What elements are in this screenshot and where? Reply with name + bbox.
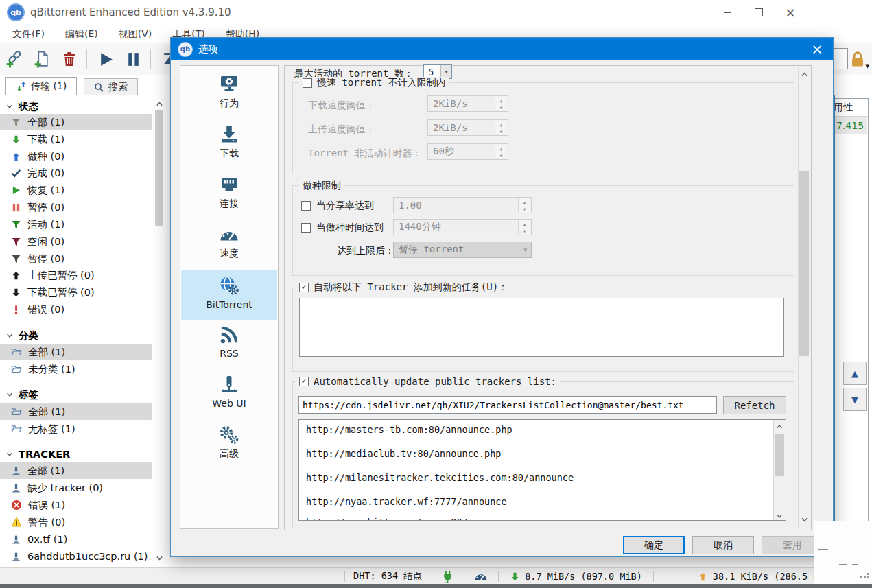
filter-label: 0x.tf (1) [27, 534, 67, 545]
spin-down-icon: ▼ [495, 152, 507, 158]
filter-status-downloading[interactable]: 下载 (1) [0, 131, 152, 148]
scrollbar-thumb[interactable] [799, 171, 809, 356]
status-section-header[interactable]: 状态 [0, 98, 158, 115]
search-box-fragment[interactable] [832, 48, 848, 69]
artifact-line [852, 564, 858, 565]
refetch-button[interactable]: Refetch [723, 396, 786, 414]
ok-button[interactable]: 确定 [623, 536, 685, 554]
options-scrollbar[interactable] [798, 67, 810, 529]
add-torrent-file-button[interactable] [29, 46, 55, 72]
filter-status-paused[interactable]: 暂停 (0) [0, 199, 152, 215]
window-artifact-overlay [814, 521, 872, 584]
dl-threshold-field: 2KiB/s ▲▼ [427, 95, 508, 112]
auto-add-trackers-checkbox-row[interactable]: 自动将以下 Tracker 添加到新的任务(U)： [296, 281, 511, 294]
menu-edit[interactable]: 编辑(E) [57, 25, 106, 43]
nav-connection[interactable]: 连接 [181, 169, 277, 220]
additional-trackers-textarea[interactable] [299, 298, 784, 357]
share-ratio-checkbox[interactable] [301, 201, 311, 211]
filter-category-all[interactable]: 全部 (1) [0, 344, 152, 360]
filter-scrollbar[interactable] [154, 95, 165, 567]
slow-torrent-checkbox[interactable] [303, 78, 312, 88]
add-torrent-link-button[interactable] [1, 46, 27, 72]
tab-transfers[interactable]: 传输 (1) [5, 77, 77, 95]
nav-webui[interactable]: Web UI [181, 370, 277, 420]
button-label: 确定 [644, 539, 663, 552]
filter-status-stalled-uploading[interactable]: 上传已暂停 (0) [0, 267, 152, 283]
combo-arrow-icon: ▼ [523, 247, 527, 253]
scroll-down-button[interactable]: ▼ [843, 388, 867, 411]
nav-behavior[interactable]: 行为 [181, 69, 277, 119]
delete-button[interactable] [56, 46, 82, 72]
seed-time-checkbox-row[interactable]: 当做种时间达到 [301, 222, 384, 234]
field-value: 1440分钟 [399, 221, 441, 233]
list-scrollbar[interactable] [773, 420, 786, 520]
add-file-icon [34, 51, 51, 68]
artifact-line [816, 534, 816, 549]
artifact-line [839, 564, 847, 565]
auto-update-checkbox-row[interactable]: Automatically update public trackers lis… [296, 376, 560, 387]
filter-status-resumed[interactable]: 恢复 (1) [0, 182, 152, 198]
filter-tracker-warning[interactable]: 警告 (0) [0, 514, 152, 530]
menu-file[interactable]: 文件(F) [4, 25, 53, 43]
ethernet-icon [218, 174, 240, 195]
slow-torrent-checkbox-row[interactable]: 慢速 torrent 不计入限制内 [299, 77, 449, 89]
filter-category-uncategorized[interactable]: 未分类 (1) [0, 361, 152, 377]
tab-search[interactable]: 搜索 [84, 78, 138, 95]
speed-limits-icon[interactable] [474, 569, 488, 583]
auto-add-trackers-checkbox[interactable] [299, 283, 309, 292]
filter-status-completed[interactable]: 完成 (0) [0, 165, 152, 181]
nav-speed[interactable]: 速度 [181, 220, 277, 270]
filter-status-stalled-downloading[interactable]: 下载已暂停 (0) [0, 284, 152, 301]
spinner-buttons: ▲▼ [495, 97, 507, 110]
filter-tag-untagged[interactable]: 无标签 (1) [0, 421, 152, 437]
tag-section-header[interactable]: 标签 [0, 386, 158, 403]
filter-status-seeding[interactable]: 做种 (0) [0, 148, 152, 165]
nav-bittorrent[interactable]: BitTorrent [181, 270, 277, 320]
nav-downloads[interactable]: 下载 [181, 119, 277, 169]
spin-up-icon: ▲ [519, 220, 530, 227]
scrollbar-thumb[interactable] [155, 110, 163, 226]
lock-toggle-button[interactable]: ▼ [847, 49, 868, 69]
auto-update-checkbox[interactable] [299, 377, 309, 386]
window-title: qBittorrent Enhanced Edition v4.3.9.10 [30, 6, 231, 19]
filter-status-errored[interactable]: 错误 (0) [0, 301, 152, 318]
share-ratio-checkbox-row[interactable]: 当分享率达到 [301, 200, 374, 212]
filter-label: 警告 (0) [28, 516, 65, 529]
speedometer-icon [218, 224, 240, 245]
filter-status-inactive[interactable]: 空闲 (0) [0, 233, 152, 250]
filter-tracker-all[interactable]: 全部 (1) [0, 462, 152, 479]
limit-action-label: 达到上限后： [337, 245, 394, 257]
maximize-button[interactable] [743, 2, 775, 23]
trackers-url-input[interactable] [298, 396, 717, 414]
scroll-down-icon [155, 554, 164, 563]
nav-advanced[interactable]: 高级 [181, 420, 277, 470]
filter-status-stalled[interactable]: 暂停 (0) [0, 250, 152, 267]
scrollbar-thumb[interactable] [775, 434, 784, 476]
resume-button[interactable] [93, 46, 119, 72]
filter-tag-all[interactable]: 全部 (1) [0, 403, 152, 420]
filter-tracker-0xtf[interactable]: 0x.tf (1) [0, 531, 152, 548]
seed-time-checkbox[interactable] [301, 223, 311, 233]
tracker-section-header[interactable]: TRACKER [0, 446, 158, 462]
public-trackers-list[interactable]: http://masters-tb.com:80/announce.php ht… [298, 419, 786, 521]
nav-rss[interactable]: RSS [181, 320, 277, 370]
pause-button[interactable] [120, 46, 146, 72]
filter-tracker-6ahddutb[interactable]: 6ahddutb1ucc3cp.ru (1) [0, 548, 152, 565]
filter-status-all[interactable]: 全部 (1) [0, 114, 152, 130]
category-section-header[interactable]: 分类 [0, 327, 158, 344]
cancel-button[interactable]: 取消 [692, 536, 754, 554]
maximize-icon [755, 8, 763, 16]
dialog-close-button[interactable]: × [801, 38, 833, 60]
auto-add-trackers-group: 自动将以下 Tracker 添加到新的任务(U)： [292, 287, 794, 372]
filter-status-active[interactable]: 活动 (1) [0, 216, 152, 233]
scroll-up-button[interactable]: ▲ [843, 362, 867, 385]
options-dialog: qb 选项 × 行为 下载 连接 速度 BitTorrent RSS Web U… [170, 37, 834, 557]
filter-tracker-error[interactable]: 错误 (1) [0, 497, 152, 513]
folder-icon [11, 364, 22, 375]
filter-tracker-trackerless[interactable]: 缺少 tracker (0) [0, 480, 152, 496]
minimize-button[interactable] [711, 2, 743, 23]
close-button[interactable]: × [775, 2, 806, 23]
spinner-buttons: ▲▼ [495, 145, 507, 158]
connection-status-icon[interactable] [441, 570, 454, 583]
menu-view[interactable]: 视图(V) [110, 25, 161, 43]
